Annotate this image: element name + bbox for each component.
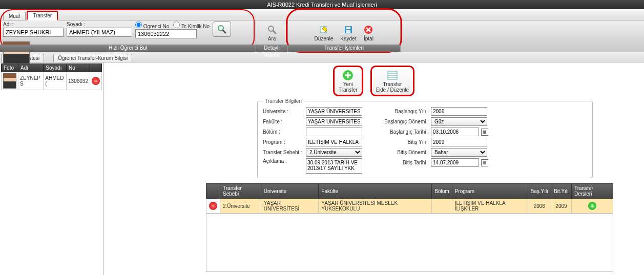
ogrenci-no-radio-label[interactable]: Ogrenci No: [135, 22, 169, 29]
remove-student-button[interactable]: −: [92, 77, 100, 85]
tab-muaf[interactable]: Muaf: [3, 12, 26, 20]
ogrenci-no-text: Ogrenci No: [143, 24, 170, 29]
bolum-input[interactable]: [306, 128, 362, 136]
bas-yili-input[interactable]: [431, 107, 487, 116]
svg-line-3: [273, 31, 276, 33]
list-icon: [386, 69, 399, 81]
svg-line-1: [223, 30, 225, 33]
gcol-bolum[interactable]: Bölüm: [432, 184, 452, 199]
bit-donemi-select[interactable]: Bahar: [431, 148, 487, 157]
plus-circle-icon: [342, 69, 354, 81]
iptal-label: İptal: [364, 36, 373, 41]
kaydet-label: Kaydet: [340, 36, 356, 41]
transfer-ekle-label: Transfer Ekle / Düzenle: [376, 81, 409, 93]
tc-kimlik-radio[interactable]: [173, 22, 180, 28]
calendar-icon[interactable]: ▦: [481, 159, 488, 166]
student-row-photo: [3, 73, 16, 89]
grid-add-dersler-button[interactable]: +: [588, 202, 596, 210]
transfer-form-legend: Transfer Bilgileri: [263, 98, 304, 104]
sebep-label: Transfer Sebebi :: [263, 150, 304, 155]
gcol-fak[interactable]: Fakülte: [319, 184, 432, 199]
magnifier-icon: [267, 25, 277, 35]
tab-transfer[interactable]: Transfer: [27, 11, 58, 20]
detailed-search-button[interactable]: Ara: [265, 24, 279, 43]
universite-input[interactable]: [306, 107, 362, 116]
student-row-no: 1306032: [67, 72, 90, 90]
grow-program: İLETİŞİM VE HALKLA İLİŞKİLER: [452, 199, 528, 214]
tc-kimlik-text: Tc Kimlik No: [181, 24, 210, 29]
bolum-label: Bölüm :: [263, 129, 304, 135]
fakulte-label: Fakülte :: [263, 119, 304, 124]
soyadi-input[interactable]: [67, 28, 132, 37]
bit-yili-label: Bitiş Yılı :: [378, 139, 429, 145]
bas-donemi-label: Başlangıç Dönemi :: [378, 119, 429, 124]
grow-sebep: 2.Üniversite: [220, 199, 261, 214]
grow-basyil: 2006: [528, 199, 551, 214]
gcol-action: [206, 184, 220, 199]
magnifier-icon: [217, 24, 227, 34]
duzenle-button[interactable]: Düzenle: [313, 24, 336, 43]
yeni-transfer-button[interactable]: Yeni Transfer: [333, 66, 363, 96]
grow-bityil: 2009: [551, 199, 572, 214]
window-title: AIS-R0022 Kredi Transferi ve Muaf İşleml…: [0, 0, 644, 9]
student-row[interactable]: ZEYNEP S AHMED ( 1306032 −: [2, 72, 102, 90]
universite-label: Üniversite :: [263, 109, 304, 114]
grid-empty-area: [206, 214, 613, 272]
transfer-grid: Transfer Sebebi Üniversite Fakülte Bölüm…: [206, 183, 613, 214]
adi-label: Adı :: [3, 22, 64, 27]
svg-rect-7: [346, 30, 350, 33]
edit-icon: [319, 25, 329, 35]
student-row-adi: ZEYNEP S: [18, 72, 44, 90]
quick-search-button[interactable]: [213, 22, 231, 37]
ogrenci-no-input[interactable]: [135, 29, 197, 38]
detailed-search-label: Detaylı Arama: [256, 45, 287, 52]
student-row-soyadi: AHMED (: [44, 72, 67, 90]
program-input[interactable]: [306, 138, 362, 146]
detailed-search-section: Ara Detaylı Arama: [256, 20, 288, 52]
gcol-sebep[interactable]: Transfer Sebebi: [220, 184, 261, 199]
bas-tarih-label: Başlangıç Tarihi :: [378, 129, 429, 135]
transfer-ekle-button[interactable]: Transfer Ekle / Düzenle: [370, 66, 414, 96]
cancel-icon: [363, 25, 373, 35]
adi-input[interactable]: [3, 28, 64, 37]
calendar-icon[interactable]: ▦: [481, 129, 488, 136]
fakulte-input[interactable]: [306, 117, 362, 126]
program-label: Program :: [263, 139, 304, 145]
transfer-ops-label: Transfer İşlemleri: [288, 45, 400, 52]
svg-rect-6: [346, 27, 350, 29]
gcol-program[interactable]: Program: [452, 184, 528, 199]
duzenle-label: Düzenle: [315, 36, 334, 41]
transfer-form: Transfer Bilgileri Üniversite : Fakülte …: [257, 98, 593, 178]
bit-tarih-input[interactable]: [431, 158, 479, 167]
gcol-uni[interactable]: Üniversite: [261, 184, 319, 199]
gcol-bityil[interactable]: Bit.Yılı: [551, 184, 572, 199]
soyadi-label: Soyadı :: [67, 22, 132, 27]
aciklama-label: Açıklama :: [263, 158, 304, 164]
ara-label: Ara: [268, 36, 276, 41]
iptal-button[interactable]: İptal: [361, 24, 376, 43]
save-icon: [343, 25, 354, 35]
transfer-ops-section: Düzenle Kaydet İptal Transfer İşlemleri: [288, 20, 401, 52]
bit-yili-input[interactable]: [431, 138, 487, 146]
kaydet-button[interactable]: Kaydet: [338, 24, 358, 43]
toolbar-spacer: [401, 20, 644, 52]
bit-donemi-label: Bitiş Dönemi :: [378, 150, 429, 155]
gcol-dersler[interactable]: Transfer Dersleri: [571, 184, 613, 199]
gcol-basyil[interactable]: Baş.Yılı: [528, 184, 551, 199]
bit-tarih-label: Bitiş Tarihi :: [378, 160, 429, 165]
student-list-panel: Foto Adı Soyadı No ZEYNEP S AHMED ( 1306…: [0, 62, 103, 275]
sebep-select[interactable]: 2.Üniversite: [306, 148, 362, 157]
grid-row[interactable]: − 2.Üniversite YAŞAR ÜNİVERSİTESİ YAŞAR …: [206, 199, 613, 214]
quick-search-section: Adı : Soyadı : Ogrenci No Tc Kimlik No: [0, 20, 256, 52]
transfer-panel: Yeni Transfer Transfer Ekle / Düzenle Tr…: [103, 62, 644, 275]
grow-bolum: [432, 199, 452, 214]
grid-delete-button[interactable]: −: [209, 202, 217, 210]
ogrenci-no-radio[interactable]: [135, 22, 142, 28]
aciklama-input[interactable]: 30.09.2013 TARİH VE 2013/17 SAYILI YKK: [306, 158, 362, 174]
bas-tarih-input[interactable]: [431, 128, 479, 136]
quick-search-label: Hızlı Öğrenci Bul: [0, 45, 256, 52]
tc-kimlik-radio-label[interactable]: Tc Kimlik No: [173, 22, 210, 29]
bas-donemi-select[interactable]: Güz: [431, 117, 487, 126]
grow-fak: YAŞAR ÜNİVERSİTESİ MESLEK YÜKSEKOKULU: [319, 199, 432, 214]
bas-yili-label: Başlangıç Yılı :: [378, 109, 429, 114]
